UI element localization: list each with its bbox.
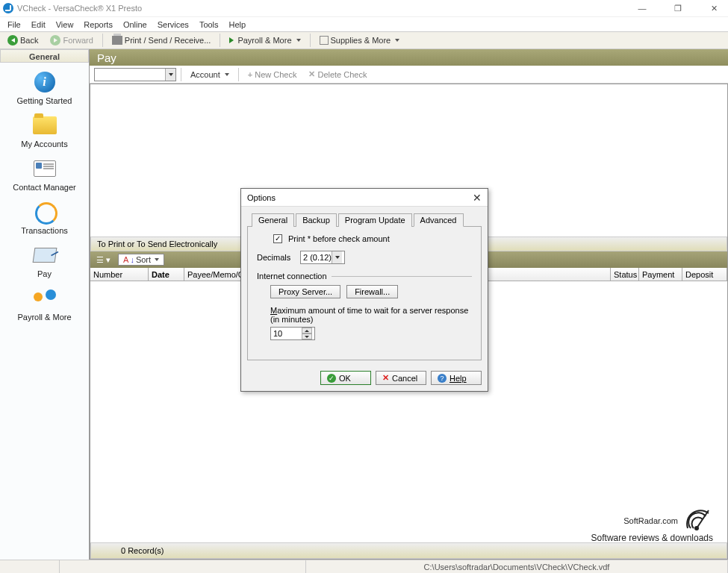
dialog-overlay: Options ✕ General Backup Program Update … bbox=[0, 0, 728, 573]
firewall-button[interactable]: Firewall... bbox=[346, 285, 398, 298]
timeout-value: 10 bbox=[273, 329, 282, 338]
dialog-title: Options bbox=[247, 193, 276, 202]
ok-button[interactable]: OK bbox=[320, 371, 371, 385]
help-label: Help bbox=[449, 374, 467, 383]
proxy-button[interactable]: Proxy Server... bbox=[270, 285, 340, 298]
internet-group-label: Internet connection bbox=[257, 272, 327, 281]
spin-down-icon[interactable] bbox=[302, 334, 312, 339]
dialog-tabs: General Backup Program Update Advanced bbox=[241, 207, 488, 226]
help-button[interactable]: ?Help bbox=[431, 371, 482, 385]
ok-icon bbox=[327, 374, 336, 383]
cancel-icon: ✕ bbox=[382, 373, 389, 383]
tab-program-update[interactable]: Program Update bbox=[338, 213, 412, 227]
timeout-label: Maximum amount of time to wait for a ser… bbox=[270, 306, 468, 324]
proxy-label: Proxy Server... bbox=[279, 287, 332, 296]
spin-up-icon[interactable] bbox=[302, 328, 312, 334]
ok-label: OK bbox=[339, 374, 351, 383]
chevron-down-icon bbox=[332, 251, 342, 263]
decimals-select[interactable]: 2 (0.12) bbox=[300, 251, 345, 264]
decimals-label: Decimals bbox=[257, 253, 294, 262]
tab-backup[interactable]: Backup bbox=[296, 213, 337, 227]
dialog-close-button[interactable]: ✕ bbox=[473, 192, 482, 204]
cancel-label: Cancel bbox=[392, 374, 417, 383]
print-star-label: Print * before check amount bbox=[288, 234, 390, 243]
dialog-buttons: OK ✕Cancel ?Help bbox=[241, 366, 488, 391]
cancel-button[interactable]: ✕Cancel bbox=[376, 371, 426, 385]
help-icon: ? bbox=[438, 374, 447, 383]
tab-general[interactable]: General bbox=[252, 213, 294, 227]
print-star-checkbox[interactable] bbox=[273, 234, 282, 243]
options-dialog: Options ✕ General Backup Program Update … bbox=[240, 188, 488, 392]
dialog-titlebar: Options ✕ bbox=[241, 189, 488, 207]
tab-page-advanced: Print * before check amount Decimals 2 (… bbox=[247, 226, 482, 360]
internet-group: Internet connection bbox=[257, 272, 472, 281]
decimals-value: 2 (0.12) bbox=[303, 253, 332, 262]
firewall-label: Firewall... bbox=[355, 287, 390, 296]
timeout-spinner[interactable]: 10 bbox=[270, 327, 315, 340]
tab-advanced[interactable]: Advanced bbox=[414, 213, 464, 227]
